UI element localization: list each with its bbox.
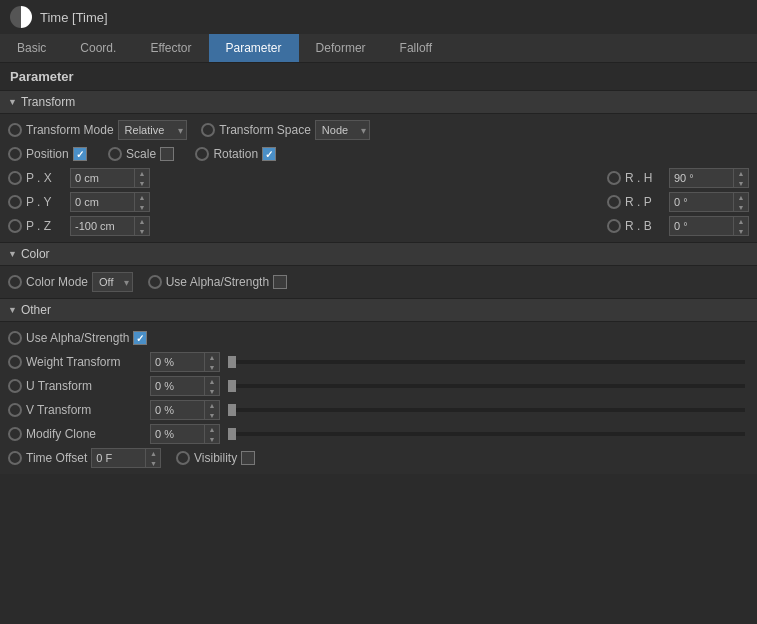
transform-mode-dropdown[interactable]: Relative Absolute	[118, 120, 187, 140]
weight-transform-down[interactable]: ▼	[205, 362, 219, 372]
modify-clone-up[interactable]: ▲	[205, 424, 219, 434]
py-up[interactable]: ▲	[135, 192, 149, 202]
rh-radio[interactable]	[607, 171, 621, 185]
time-offset-spinbox[interactable]: ▲ ▼	[91, 448, 161, 468]
rh-input[interactable]	[670, 169, 733, 187]
rotation-radio[interactable]	[195, 147, 209, 161]
color-section-header[interactable]: ▼ Color	[0, 242, 757, 266]
time-offset-radio[interactable]	[8, 451, 22, 465]
rb-down[interactable]: ▼	[734, 226, 748, 236]
visibility-checkbox[interactable]	[241, 451, 255, 465]
px-down[interactable]: ▼	[135, 178, 149, 188]
weight-transform-row: Weight Transform ▲ ▼	[0, 350, 757, 374]
py-spinbox[interactable]: ▲ ▼	[70, 192, 150, 212]
rh-up[interactable]: ▲	[734, 168, 748, 178]
pz-spinbox[interactable]: ▲ ▼	[70, 216, 150, 236]
color-section-label: Color	[21, 247, 50, 261]
tab-coord[interactable]: Coord.	[63, 34, 133, 62]
modify-clone-slider-track[interactable]	[228, 432, 745, 436]
visibility-radio[interactable]	[176, 451, 190, 465]
rb-up[interactable]: ▲	[734, 216, 748, 226]
py-arrows: ▲ ▼	[134, 192, 149, 212]
scale-radio[interactable]	[108, 147, 122, 161]
transform-space-dropdown[interactable]: Node World Local	[315, 120, 370, 140]
v-transform-label: V Transform	[26, 403, 146, 417]
use-alpha-other-checkbox[interactable]	[133, 331, 147, 345]
time-offset-up[interactable]: ▲	[146, 448, 160, 458]
u-transform-input[interactable]	[151, 377, 204, 395]
tab-effector[interactable]: Effector	[133, 34, 208, 62]
modify-clone-radio[interactable]	[8, 427, 22, 441]
transform-space-select[interactable]: Node World Local	[315, 120, 370, 140]
weight-transform-input[interactable]	[151, 353, 204, 371]
tab-falloff[interactable]: Falloff	[383, 34, 449, 62]
py-radio[interactable]	[8, 195, 22, 209]
u-transform-slider-track[interactable]	[228, 384, 745, 388]
transform-section-header[interactable]: ▼ Transform	[0, 90, 757, 114]
use-alpha-other-radio[interactable]	[8, 331, 22, 345]
u-transform-spinbox[interactable]: ▲ ▼	[150, 376, 220, 396]
time-offset-down[interactable]: ▼	[146, 458, 160, 468]
v-transform-down[interactable]: ▼	[205, 410, 219, 420]
position-radio[interactable]	[8, 147, 22, 161]
rh-down[interactable]: ▼	[734, 178, 748, 188]
u-transform-down[interactable]: ▼	[205, 386, 219, 396]
pz-up[interactable]: ▲	[135, 216, 149, 226]
u-transform-up[interactable]: ▲	[205, 376, 219, 386]
transform-space-radio[interactable]	[201, 123, 215, 137]
px-spinbox[interactable]: ▲ ▼	[70, 168, 150, 188]
color-mode-select[interactable]: Off On	[92, 272, 133, 292]
u-transform-radio[interactable]	[8, 379, 22, 393]
title-bar: Time [Time]	[0, 0, 757, 34]
use-alpha-other-row: Use Alpha/Strength	[0, 326, 757, 350]
pz-radio[interactable]	[8, 219, 22, 233]
weight-transform-slider-track[interactable]	[228, 360, 745, 364]
rp-spinbox[interactable]: ▲ ▼	[669, 192, 749, 212]
pz-input[interactable]	[71, 217, 134, 235]
v-transform-slider-track[interactable]	[228, 408, 745, 412]
v-transform-up[interactable]: ▲	[205, 400, 219, 410]
use-alpha-color-checkbox[interactable]	[273, 275, 287, 289]
color-mode-label: Color Mode	[26, 275, 88, 289]
tab-basic[interactable]: Basic	[0, 34, 63, 62]
rp-input[interactable]	[670, 193, 733, 211]
rb-input[interactable]	[670, 217, 733, 235]
modify-clone-input[interactable]	[151, 425, 204, 443]
scale-checkbox[interactable]	[160, 147, 174, 161]
rp-up[interactable]: ▲	[734, 192, 748, 202]
use-alpha-color-radio[interactable]	[148, 275, 162, 289]
rb-radio[interactable]	[607, 219, 621, 233]
py-down[interactable]: ▼	[135, 202, 149, 212]
transform-mode-radio[interactable]	[8, 123, 22, 137]
color-mode-radio[interactable]	[8, 275, 22, 289]
position-checkbox[interactable]	[73, 147, 87, 161]
transform-mode-select[interactable]: Relative Absolute	[118, 120, 187, 140]
position-label: Position	[26, 147, 69, 161]
modify-clone-spinbox[interactable]: ▲ ▼	[150, 424, 220, 444]
px-radio[interactable]	[8, 171, 22, 185]
pz-down[interactable]: ▼	[135, 226, 149, 236]
rb-label: R . B	[625, 219, 665, 233]
rb-spinbox[interactable]: ▲ ▼	[669, 216, 749, 236]
weight-transform-up[interactable]: ▲	[205, 352, 219, 362]
rp-down[interactable]: ▼	[734, 202, 748, 212]
v-transform-input[interactable]	[151, 401, 204, 419]
weight-transform-radio[interactable]	[8, 355, 22, 369]
rotation-checkbox[interactable]	[262, 147, 276, 161]
px-input[interactable]	[71, 169, 134, 187]
pz-rb-row: P . Z ▲ ▼ R . B ▲ ▼	[0, 214, 757, 238]
rp-radio[interactable]	[607, 195, 621, 209]
color-mode-dropdown[interactable]: Off On	[92, 272, 133, 292]
tab-deformer[interactable]: Deformer	[299, 34, 383, 62]
modify-clone-down[interactable]: ▼	[205, 434, 219, 444]
tab-bar: Basic Coord. Effector Parameter Deformer…	[0, 34, 757, 63]
weight-transform-spinbox[interactable]: ▲ ▼	[150, 352, 220, 372]
py-input[interactable]	[71, 193, 134, 211]
rh-spinbox[interactable]: ▲ ▼	[669, 168, 749, 188]
time-offset-input[interactable]	[92, 449, 145, 467]
v-transform-radio[interactable]	[8, 403, 22, 417]
other-section-header[interactable]: ▼ Other	[0, 298, 757, 322]
px-up[interactable]: ▲	[135, 168, 149, 178]
tab-parameter[interactable]: Parameter	[209, 34, 299, 62]
v-transform-spinbox[interactable]: ▲ ▼	[150, 400, 220, 420]
